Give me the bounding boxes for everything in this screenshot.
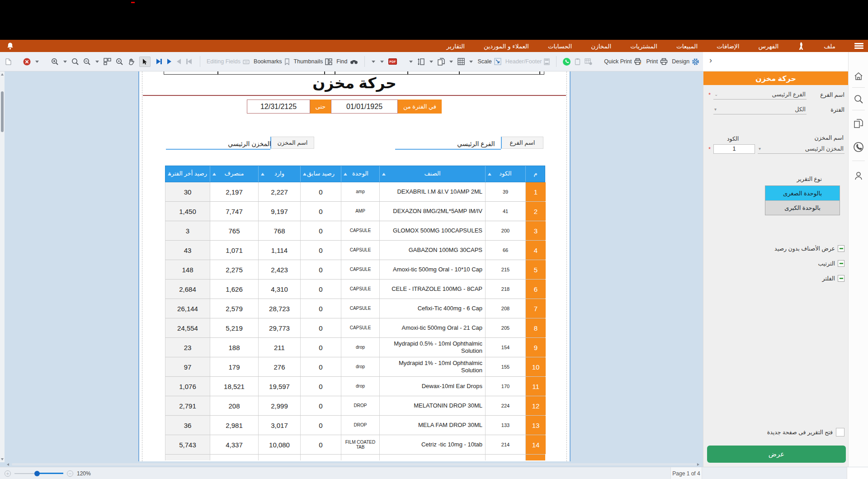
menu-reports[interactable]: التقارير [446, 43, 465, 50]
bookmarks-button[interactable]: Bookmarks [254, 58, 290, 65]
menu-warehouses[interactable]: المخازن [591, 43, 611, 50]
zoom-out-icon[interactable] [83, 58, 91, 66]
zoom-out-caret[interactable] [95, 61, 99, 63]
menu-file[interactable]: ملف [824, 43, 835, 50]
scroll-up-arrow-icon[interactable] [1, 73, 4, 76]
hand-tool-icon[interactable] [127, 58, 135, 66]
menu-purchases[interactable]: المشتريات [630, 43, 657, 50]
store-combobox[interactable]: المخزن الرئيسى▾ [758, 144, 844, 154]
header-code[interactable]: الكود [486, 166, 526, 182]
print-button[interactable]: Print [646, 58, 668, 65]
export-caret-2[interactable] [380, 61, 384, 63]
horizontal-scrollbar[interactable] [5, 462, 703, 467]
zoom-slider[interactable] [14, 470, 63, 477]
zoom-selection-icon[interactable] [116, 58, 123, 66]
period-combobox[interactable]: الكل▾ [713, 104, 807, 114]
menu-index[interactable]: الفهرس [758, 43, 778, 50]
table-row: 362,9813,0170DROPMELA FAM DROP 30ML13313 [165, 416, 545, 435]
header-incoming[interactable]: وارد [259, 166, 301, 182]
editing-fields-button[interactable]: Editing Fields [207, 58, 250, 65]
report-options-panel: حركة مخزن اسم الفرع الفرع الرئيسى⌄ * الف… [703, 71, 848, 467]
horizontal-scroll-thumb[interactable] [12, 463, 697, 465]
quick-print-button[interactable]: Quick Print [604, 58, 642, 65]
document-icon[interactable] [5, 58, 11, 65]
thumbnails-button[interactable]: Thumbnails [294, 58, 333, 65]
zoom-slider-knob[interactable] [34, 471, 40, 476]
first-page-button[interactable] [186, 59, 192, 64]
export-caret-1[interactable] [372, 61, 375, 63]
magnifier-icon[interactable] [71, 58, 79, 66]
large-unit-button[interactable]: بالوحدة الكبرى [765, 200, 840, 215]
sorting-option[interactable]: الترتيب [818, 260, 844, 267]
cell-item: GLOMOX 500MG 100CAPSULES [380, 221, 486, 240]
cell-balance: 3 [165, 221, 210, 240]
scroll-down-arrow-icon[interactable] [1, 458, 4, 460]
view-report-button[interactable]: عرض [707, 446, 846, 463]
copy-caret[interactable] [429, 61, 433, 63]
multiple-pages-icon[interactable] [104, 58, 112, 65]
copy-page-icon[interactable] [438, 58, 445, 66]
branch-combobox[interactable]: الفرع الرئيسى⌄ [713, 90, 807, 100]
table-row: 37657680CAPSULEGLOMOX 500MG 100CAPSULES2… [165, 221, 545, 241]
zoom-out-circle-icon[interactable]: − [67, 470, 73, 477]
close-options-caret[interactable] [35, 61, 39, 63]
notifications-bell-icon[interactable] [6, 42, 14, 50]
scroll-right-arrow-icon[interactable] [697, 463, 699, 466]
checkbox-empty-icon[interactable] [836, 428, 844, 436]
zoom-in-circle-icon[interactable]: + [5, 470, 11, 477]
cell-item: GABAZON 100MG 30CAPS [380, 241, 486, 260]
small-unit-button[interactable]: بالوحدة الصغرى [765, 186, 840, 200]
watermark-grid-icon[interactable] [458, 58, 465, 65]
cell-prev: 0 [301, 182, 341, 201]
checkbox-indeterminate-icon[interactable] [838, 260, 844, 267]
pdf-export-icon[interactable]: PDF [388, 58, 397, 65]
cell-no: 5 [526, 260, 546, 279]
header-footer-button[interactable]: Header/Footer [505, 58, 550, 65]
next-page-button[interactable] [167, 59, 171, 64]
previous-page-button[interactable] [177, 59, 181, 64]
cell-no: 10 [526, 357, 546, 376]
scroll-left-arrow-icon[interactable] [7, 463, 9, 466]
table-settings-icon[interactable] [585, 58, 592, 65]
home-icon[interactable] [853, 71, 864, 82]
code-input[interactable]: 1 [713, 144, 755, 154]
search-icon[interactable] [853, 94, 864, 104]
show-zero-balance-option[interactable]: عرض الأصناف بدون رصيد [774, 245, 844, 252]
hamburger-menu-icon[interactable] [854, 43, 863, 49]
collapse-panel-chevron-icon[interactable]: › [709, 56, 712, 65]
vertical-scroll-thumb[interactable] [1, 91, 4, 132]
whatsapp-icon[interactable] [563, 58, 571, 66]
whatsapp-icon[interactable] [853, 142, 864, 152]
header-balance[interactable]: رصيد أخر الفترة [165, 166, 210, 182]
user-icon[interactable] [853, 171, 864, 181]
filter-option[interactable]: الفلتر [822, 275, 844, 282]
select-tool-active[interactable] [139, 57, 151, 67]
page-height-icon[interactable] [417, 58, 425, 66]
menu-clients-suppliers[interactable]: العملاء و الموردين [484, 43, 529, 50]
header-item[interactable]: الصنف [380, 166, 486, 182]
grid-caret[interactable] [449, 61, 453, 63]
menu-additions[interactable]: الإضافات [717, 43, 739, 50]
menu-accounts[interactable]: الحسابات [548, 43, 572, 50]
zoom-in-icon[interactable] [51, 58, 59, 66]
clipboard-icon[interactable] [575, 58, 580, 65]
close-preview-button[interactable] [23, 58, 31, 66]
last-page-button[interactable] [156, 59, 162, 64]
checkbox-indeterminate-icon[interactable] [838, 245, 844, 252]
scale-caret[interactable] [469, 61, 473, 63]
vertical-scrollbar[interactable] [0, 71, 5, 462]
scale-button[interactable]: Scale [477, 58, 501, 65]
zoom-in-caret[interactable] [63, 61, 67, 63]
find-button[interactable]: Find [336, 58, 358, 65]
header-outgoing[interactable]: منصرف [210, 166, 259, 182]
checkbox-indeterminate-icon[interactable] [838, 275, 844, 282]
header-row-number[interactable]: م [526, 166, 546, 182]
open-in-new-page-option[interactable]: فتح التقرير فى صفحة جديدة [767, 428, 844, 436]
design-button[interactable]: Design [672, 58, 699, 66]
panel-top-strip: › [703, 52, 868, 71]
copy-documents-icon[interactable] [853, 118, 864, 129]
menu-sales[interactable]: المبيعات [676, 43, 698, 50]
header-prev-balance[interactable]: رصيد سابق [301, 166, 341, 182]
page-size-caret[interactable] [409, 61, 413, 63]
header-unit[interactable]: الوحدة [341, 166, 380, 182]
